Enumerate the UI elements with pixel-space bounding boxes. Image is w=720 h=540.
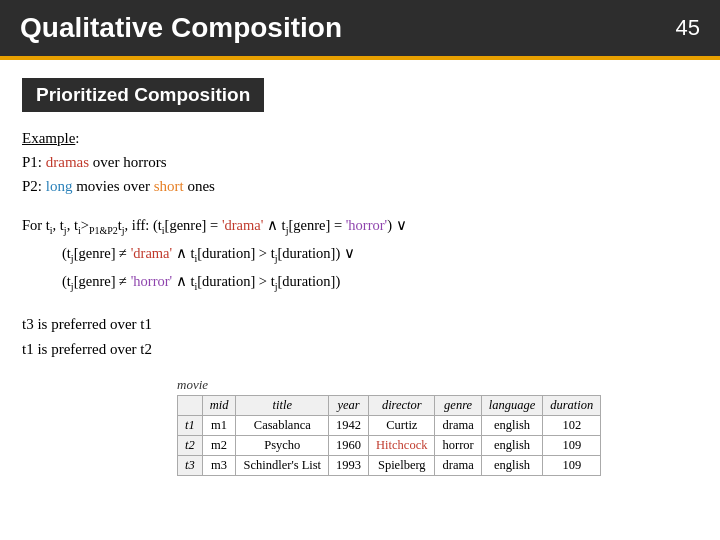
table-caption: movie bbox=[177, 377, 698, 393]
col-header-mid: mid bbox=[202, 395, 236, 415]
table-cell: Hitchcock bbox=[369, 435, 435, 455]
table-cell: drama bbox=[435, 455, 481, 475]
header-title: Qualitative Composition bbox=[20, 12, 342, 44]
table-cell: Psycho bbox=[236, 435, 329, 455]
table-cell: drama bbox=[435, 415, 481, 435]
table-cell: 109 bbox=[543, 435, 601, 455]
table-cell: english bbox=[481, 415, 543, 435]
col-header-year: year bbox=[329, 395, 369, 415]
table-cell: english bbox=[481, 435, 543, 455]
header-page-number: 45 bbox=[676, 15, 700, 41]
preferred-line1: t3 is preferred over t1 bbox=[22, 312, 698, 338]
header: Qualitative Composition 45 bbox=[0, 0, 720, 56]
table-cell: 1942 bbox=[329, 415, 369, 435]
table-cell: 1960 bbox=[329, 435, 369, 455]
table-row: t3m3Schindler's List1993Spielbergdramaen… bbox=[178, 455, 601, 475]
preferred-line2: t1 is preferred over t2 bbox=[22, 337, 698, 363]
table-cell: 109 bbox=[543, 455, 601, 475]
table-cell: 1993 bbox=[329, 455, 369, 475]
table-cell: english bbox=[481, 455, 543, 475]
table-cell: horror bbox=[435, 435, 481, 455]
example-label: Example bbox=[22, 130, 75, 146]
col-header-title: title bbox=[236, 395, 329, 415]
table-row: t1m1Casablanca1942Curtizdramaenglish102 bbox=[178, 415, 601, 435]
table-cell: Casablanca bbox=[236, 415, 329, 435]
table-cell: m3 bbox=[202, 455, 236, 475]
movie-table: mid title year director genre language d… bbox=[177, 395, 601, 476]
col-header-director: director bbox=[369, 395, 435, 415]
table-area: movie mid title year director genre lang… bbox=[177, 377, 698, 476]
table-cell: Curtiz bbox=[369, 415, 435, 435]
preferred-block: t3 is preferred over t1 t1 is preferred … bbox=[22, 312, 698, 363]
col-header-genre: genre bbox=[435, 395, 481, 415]
p1-line: P1: dramas over horrors bbox=[22, 150, 698, 174]
table-cell: Schindler's List bbox=[236, 455, 329, 475]
table-cell: 102 bbox=[543, 415, 601, 435]
section-title: Prioritized Composition bbox=[22, 78, 264, 112]
table-row: t2m2Psycho1960Hitchcockhorrorenglish109 bbox=[178, 435, 601, 455]
table-cell: t2 bbox=[178, 435, 203, 455]
table-cell: t1 bbox=[178, 415, 203, 435]
table-cell: Spielberg bbox=[369, 455, 435, 475]
p2-line: P2: long movies over short ones bbox=[22, 174, 698, 198]
table-cell: m2 bbox=[202, 435, 236, 455]
example-block: Example: P1: dramas over horrors P2: lon… bbox=[22, 126, 698, 198]
col-header-language: language bbox=[481, 395, 543, 415]
col-header-rowid bbox=[178, 395, 203, 415]
col-header-duration: duration bbox=[543, 395, 601, 415]
table-cell: m1 bbox=[202, 415, 236, 435]
formula-block: For ti, tj, ti>P1&P2tj, iff: (ti[genre] … bbox=[22, 212, 698, 296]
table-cell: t3 bbox=[178, 455, 203, 475]
